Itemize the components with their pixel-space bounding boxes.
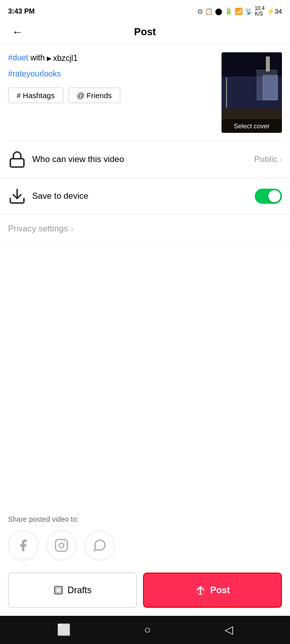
android-square-button[interactable]: ⬜ bbox=[53, 619, 75, 640]
cover-thumbnail[interactable]: Select cover bbox=[222, 52, 282, 133]
whatsapp-icon bbox=[93, 538, 107, 552]
caption-section: #duet with ▶ xbzcjl1 #rateyourlooks # Ha… bbox=[0, 44, 290, 141]
charging-icon: ⚡34 bbox=[267, 8, 282, 15]
data-speed: 10.4K/S bbox=[255, 6, 264, 17]
svg-rect-8 bbox=[56, 588, 61, 593]
select-cover-label: Select cover bbox=[222, 119, 282, 133]
clipboard-icon: 📋 bbox=[205, 8, 213, 15]
post-button-wrapper: Post bbox=[143, 573, 282, 608]
svg-rect-1 bbox=[257, 70, 277, 100]
lock-svg bbox=[8, 150, 26, 169]
instagram-share-button[interactable] bbox=[46, 530, 77, 560]
share-label: Share posted video to: bbox=[8, 515, 282, 523]
toggle-thumb bbox=[268, 190, 280, 202]
location-icon: ⊙ bbox=[197, 8, 203, 15]
save-to-device-row: Save to device bbox=[0, 178, 290, 215]
android-nav-bar: ⬜ ○ ◁ bbox=[0, 616, 290, 644]
drafts-label: Drafts bbox=[67, 585, 92, 596]
svg-point-6 bbox=[64, 541, 65, 542]
who-can-view-value: Public › bbox=[254, 154, 282, 165]
back-button[interactable]: ← bbox=[8, 24, 27, 41]
status-icons: ⊙ 📋 ⬤ 🔋 📶 📡 10.4K/S ⚡34 bbox=[197, 6, 282, 17]
svg-point-5 bbox=[59, 543, 63, 547]
play-icon: ▶ bbox=[47, 54, 51, 63]
wifi-icon: 📶 bbox=[235, 8, 243, 15]
caption-left: #duet with ▶ xbzcjl1 #rateyourlooks # Ha… bbox=[8, 52, 215, 103]
android-home-button[interactable]: ○ bbox=[140, 619, 155, 640]
svg-rect-4 bbox=[55, 539, 67, 551]
post-button[interactable]: Post bbox=[146, 575, 279, 605]
save-toggle[interactable] bbox=[255, 189, 282, 204]
tag-buttons: # Hashtags @ Friends bbox=[8, 88, 215, 103]
download-svg bbox=[8, 187, 26, 205]
drafts-button[interactable]: Drafts bbox=[8, 573, 137, 608]
hashtags-button[interactable]: # Hashtags bbox=[8, 88, 63, 103]
lock-icon bbox=[8, 150, 26, 169]
instagram-icon bbox=[54, 538, 68, 552]
caption-line1: #duet with ▶ xbzcjl1 bbox=[8, 52, 215, 64]
privacy-chevron-icon: › bbox=[71, 225, 74, 233]
save-to-device-label: Save to device bbox=[32, 191, 255, 201]
privacy-settings-row[interactable]: Privacy settings › bbox=[0, 215, 290, 244]
share-section: Share posted video to: bbox=[0, 505, 290, 567]
circle-icon: ⬤ bbox=[215, 8, 223, 15]
content-area: #duet with ▶ xbzcjl1 #rateyourlooks # Ha… bbox=[0, 44, 290, 616]
whatsapp-share-button[interactable] bbox=[85, 530, 115, 560]
friends-button[interactable]: @ Friends bbox=[68, 88, 120, 103]
chevron-right-icon: › bbox=[279, 155, 282, 164]
duet-hashtag: #duet bbox=[8, 53, 28, 62]
status-time: 3:43 PM bbox=[8, 7, 35, 15]
post-upload-icon bbox=[195, 585, 206, 596]
facebook-icon bbox=[16, 538, 30, 552]
header: ← Post bbox=[0, 20, 290, 44]
who-can-view-label: Who can view this video bbox=[32, 154, 254, 165]
post-label: Post bbox=[210, 585, 230, 596]
rateyourlooks-hashtag: #rateyourlooks bbox=[8, 69, 61, 78]
svg-rect-2 bbox=[11, 159, 24, 168]
hashtags-label: Hashtags bbox=[23, 91, 54, 100]
hash-symbol: # bbox=[17, 91, 21, 100]
content-spacer bbox=[0, 244, 290, 505]
facebook-share-button[interactable] bbox=[8, 530, 38, 560]
download-icon bbox=[8, 187, 26, 205]
drafts-icon bbox=[53, 585, 63, 595]
friends-label: Friends bbox=[87, 91, 112, 100]
status-bar: 3:43 PM ⊙ 📋 ⬤ 🔋 📶 📡 10.4K/S ⚡34 bbox=[0, 0, 290, 20]
battery-icon: 🔋 bbox=[225, 8, 233, 15]
android-back-button[interactable]: ◁ bbox=[221, 619, 237, 640]
page-title: Post bbox=[134, 26, 156, 38]
signal-icon: 📡 bbox=[245, 8, 253, 15]
who-can-view-row[interactable]: Who can view this video Public › bbox=[0, 141, 290, 178]
duet-username: xbzcjl1 bbox=[53, 53, 78, 64]
with-text: with bbox=[31, 53, 47, 62]
privacy-settings-label: Privacy settings bbox=[8, 224, 68, 234]
share-icons bbox=[8, 530, 282, 560]
caption-line2: #rateyourlooks bbox=[8, 68, 215, 79]
at-symbol: @ bbox=[77, 91, 85, 100]
bottom-buttons: Drafts Post bbox=[0, 567, 290, 616]
